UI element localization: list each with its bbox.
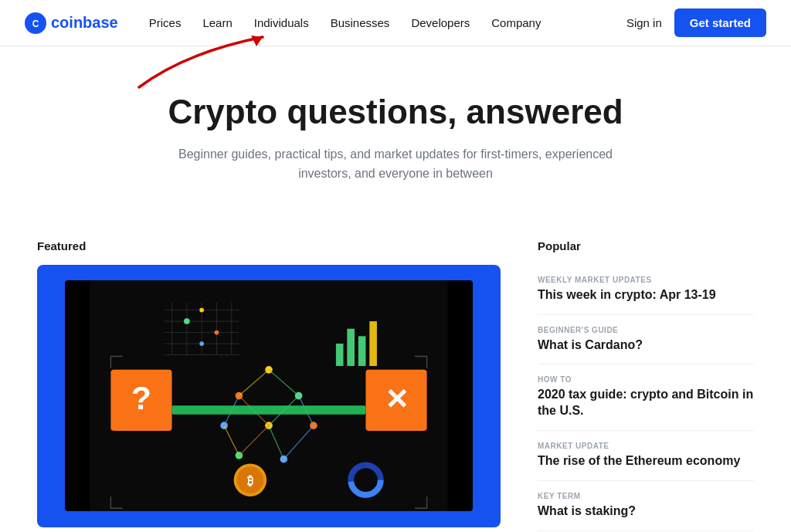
- popular-items: WEEKLY MARKET UPDATES This week in crypt…: [538, 265, 754, 532]
- popular-category: MARKET UPDATE: [538, 442, 754, 450]
- popular-category: WEEKLY MARKET UPDATES: [538, 276, 754, 284]
- svg-rect-20: [358, 337, 366, 367]
- network-svg: ? ✕ ₿: [65, 280, 473, 511]
- logo-icon: C: [25, 12, 46, 34]
- popular-title: What is Cardano?: [538, 337, 754, 354]
- popular-item[interactable]: MARKET UPDATE The rise of the Ethereum e…: [538, 431, 754, 481]
- nav-links: Prices Learn Individuals Businesses Deve…: [149, 16, 626, 29]
- logo-link[interactable]: C coinbase: [25, 12, 118, 34]
- getstarted-button[interactable]: Get started: [674, 8, 766, 37]
- hero-section: Crypto questions, answered Beginner guid…: [0, 46, 791, 215]
- popular-title: This week in crypto: Apr 13-19: [538, 287, 754, 303]
- featured-label: Featured: [37, 239, 501, 252]
- popular-item[interactable]: HOW TO 2020 tax guide: crypto and Bitcoi…: [538, 364, 754, 431]
- svg-text:C: C: [32, 18, 39, 29]
- svg-text:₿: ₿: [247, 475, 253, 488]
- featured-image[interactable]: ? ✕ ₿: [37, 265, 501, 527]
- svg-point-14: [184, 318, 190, 324]
- popular-item[interactable]: BEGINNER'S GUIDE What is Cardano?: [538, 315, 754, 365]
- nav-company[interactable]: Company: [491, 16, 541, 29]
- navbar: C coinbase Prices Learn Individuals Busi…: [0, 0, 791, 46]
- popular-label: Popular: [538, 239, 754, 252]
- nav-individuals[interactable]: Individuals: [254, 16, 309, 29]
- logo-text: coinbase: [51, 14, 118, 32]
- popular-category: HOW TO: [538, 375, 754, 384]
- svg-point-15: [199, 308, 204, 313]
- svg-point-16: [215, 330, 219, 335]
- svg-rect-40: [172, 405, 366, 415]
- svg-text:?: ?: [131, 380, 151, 416]
- svg-point-17: [199, 341, 204, 346]
- main-content: Featured: [0, 215, 791, 532]
- svg-text:✕: ✕: [385, 384, 409, 415]
- nav-businesses[interactable]: Businesses: [331, 16, 390, 29]
- svg-rect-18: [336, 344, 344, 366]
- featured-section: Featured: [37, 239, 501, 532]
- nav-learn[interactable]: Learn: [202, 16, 232, 29]
- popular-title: The rise of the Ethereum economy: [538, 453, 754, 469]
- svg-rect-21: [369, 321, 377, 366]
- hero-subtitle: Beginner guides, practical tips, and mar…: [164, 144, 627, 184]
- popular-category: BEGINNER'S GUIDE: [538, 326, 754, 334]
- svg-rect-19: [347, 329, 355, 366]
- signin-button[interactable]: Sign in: [626, 16, 662, 29]
- popular-section: Popular WEEKLY MARKET UPDATES This week …: [538, 239, 754, 532]
- popular-item[interactable]: WEEKLY MARKET UPDATES This week in crypt…: [538, 265, 754, 315]
- nav-prices[interactable]: Prices: [149, 16, 182, 29]
- popular-item[interactable]: KEY TERM What is staking?: [538, 481, 754, 531]
- featured-image-inner: ? ✕ ₿: [65, 280, 473, 511]
- popular-title: What is staking?: [538, 503, 754, 520]
- hero-title: Crypto questions, answered: [25, 93, 766, 132]
- navbar-actions: Sign in Get started: [626, 8, 766, 37]
- popular-category: KEY TERM: [538, 492, 754, 500]
- popular-title: 2020 tax guide: crypto and Bitcoin in th…: [538, 387, 754, 419]
- nav-developers[interactable]: Developers: [411, 16, 470, 29]
- svg-marker-2: [251, 36, 263, 46]
